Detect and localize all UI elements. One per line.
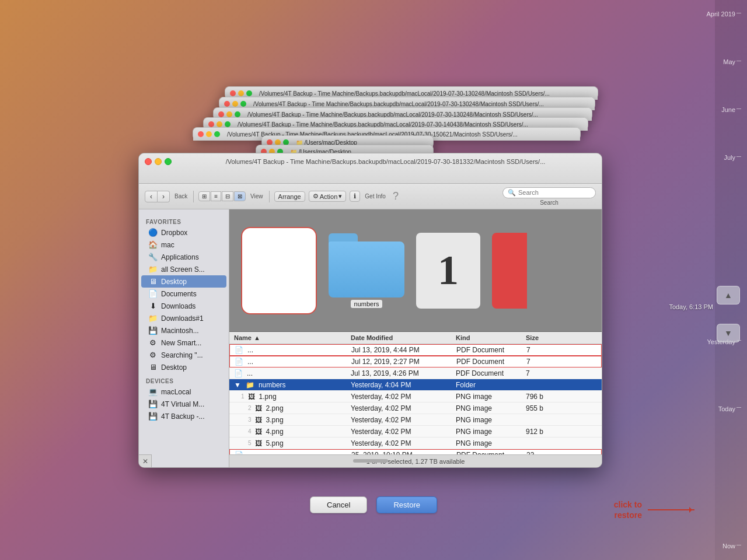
file-name-4png: 4 🖼 4.png (229, 426, 346, 437)
tick-june (736, 108, 741, 109)
col-header-name[interactable]: Name ▲ (229, 333, 346, 342)
arrange-button[interactable]: Arrange (274, 191, 305, 202)
search-input[interactable] (518, 189, 591, 196)
timeline-label-may: May (723, 58, 735, 65)
file-row-numbers[interactable]: ▼ 📁 numbers Yesterday, 4:04 PM Folder (229, 379, 602, 391)
file-date-numbers: Yesterday, 4:04 PM (346, 380, 451, 390)
view-cover-button[interactable]: ⊠ (234, 191, 246, 201)
file-row-2[interactable]: 📄 ... Jul 13, 2019, 4:26 PM PDF Document… (229, 368, 602, 379)
sidebar-item-label: macLocal (161, 388, 191, 396)
restore-button[interactable]: Restore (376, 496, 437, 513)
file-kind-1: PDF Document (452, 356, 522, 367)
timeline-label-july: July (724, 154, 735, 161)
sidebar-item-label: Dropbox (161, 229, 187, 237)
view-icon-button[interactable]: ⊞ (198, 191, 210, 201)
red-partial-icon (492, 233, 527, 309)
tm-timestamp: Today, 6:13 PM (669, 303, 713, 310)
file-kind-lastpdf: PDF Document (452, 450, 522, 454)
disclosure-triangle: ▼ (234, 381, 241, 389)
file-size-4png: 912 b (521, 426, 568, 437)
search-container: 🔍 Search (502, 187, 596, 206)
folder-icon-container[interactable]: numbers (329, 233, 404, 308)
minimize-button[interactable] (155, 158, 162, 165)
sidebar-item-newsmart[interactable]: ⚙ New Smart... (141, 337, 226, 349)
forward-button[interactable]: › (158, 191, 170, 202)
sidebar-item-applications[interactable]: 🔧 Applications (141, 251, 226, 263)
sidebar-item-label: Desktop (161, 278, 187, 286)
folder-icon-list: 📁 (246, 381, 254, 389)
close-x-button[interactable]: ✕ (139, 454, 152, 467)
file-row-4png[interactable]: 4 🖼 4.png Yesterday, 4:02 PM PNG image 9… (229, 426, 602, 438)
sidebar-item-label: Downloads (161, 302, 196, 310)
tick-today (736, 407, 741, 408)
sidebar-item-screens[interactable]: 📁 all Screen S... (141, 263, 226, 275)
drive-icon-1: 💾 (148, 400, 158, 408)
icon-grid: numbers 1 (229, 209, 602, 332)
pdf-icon-1: 📄 (235, 358, 243, 366)
sidebar-item-downloads1[interactable]: 📁 Downloads#1 (141, 312, 226, 324)
file-row-2png[interactable]: 2 🖼 2.png Yesterday, 4:02 PM PNG image 9… (229, 402, 602, 414)
file-row-3png[interactable]: 3 🖼 3.png Yesterday, 4:02 PM PNG image (229, 414, 602, 426)
cancel-button[interactable]: Cancel (310, 496, 367, 513)
stacked-path-3: /Volumes/4T Backup - Time Machine/Backup… (247, 111, 538, 118)
search-icon: 🔍 (508, 189, 516, 197)
statusbar: 1 of 40 selected, 1.27 TB available (229, 454, 602, 467)
sidebar-item-desktop2[interactable]: 🖥 Desktop (141, 361, 226, 373)
devices-label: Devices (139, 373, 229, 386)
sidebar-item-mac[interactable]: 🏠 mac (141, 239, 226, 251)
view-column-button[interactable]: ⊟ (222, 191, 233, 201)
selected-file-icon[interactable] (241, 227, 317, 314)
png-icon-1: 🖼 (248, 393, 255, 401)
search-label: Search (540, 200, 558, 206)
get-info-button[interactable]: ℹ (350, 191, 360, 202)
sidebar-item-downloads[interactable]: ⬇ Downloads (141, 300, 226, 312)
file-row-0[interactable]: 📄 ... Jul 13, 2019, 4:44 PM PDF Document… (229, 344, 602, 356)
search-box[interactable]: 🔍 (502, 187, 596, 198)
sidebar-item-documents[interactable]: 📄 Documents (141, 288, 226, 300)
file-row-1[interactable]: 📄 ... Jul 12, 2019, 2:27 PM PDF Document… (229, 356, 602, 368)
window-title: /Volumes/4T Backup - Time Machine/Backup… (175, 158, 596, 165)
tick-may (736, 61, 741, 61)
file-name-0: 📄 ... (230, 345, 347, 355)
file-row-lastpdf[interactable]: 📄 ... 25, 2019, 10:19 PM PDF Document 23 (229, 449, 602, 454)
sidebar-item-desktop[interactable]: 🖥 Desktop (141, 275, 226, 288)
file-row-5png[interactable]: 5 🖼 5.png Yesterday, 4:02 PM PNG image (229, 438, 602, 449)
sidebar-item-macintosh[interactable]: 💾 Macintosh... (141, 324, 226, 337)
close-button[interactable] (145, 158, 152, 165)
file-size-1: 7 (522, 356, 568, 367)
annotation-arrow-container (648, 509, 694, 510)
sidebar-item-label: Downloads#1 (161, 314, 204, 323)
back-button[interactable]: ‹ (145, 191, 158, 202)
file-date-2png: Yesterday, 4:02 PM (346, 403, 451, 414)
file-kind-4png: PNG image (451, 426, 521, 437)
timeline-label-april: April 2019 (706, 10, 735, 18)
chevron-down-icon: ▾ (338, 192, 342, 200)
file-row-1png[interactable]: 1 🖼 1.png Yesterday, 4:02 PM PNG image 7… (229, 391, 602, 402)
col-header-date[interactable]: Date Modified (346, 333, 451, 342)
col-header-size[interactable]: Size (521, 333, 568, 342)
help-icon: ? (393, 190, 399, 202)
view-list-button[interactable]: ≡ (211, 191, 221, 201)
col-header-kind[interactable]: Kind (451, 333, 521, 342)
sidebar-item-searching[interactable]: ⚙ Searching "... (141, 349, 226, 361)
tm-nav-up-button[interactable]: ▲ (717, 286, 740, 304)
action-button[interactable]: ⚙ Action ▾ (309, 191, 347, 202)
minimize-dot-1 (238, 90, 244, 96)
search-sidebar-icon: ⚙ (148, 351, 158, 359)
file-list: Name ▲ Date Modified Kind Size 📄 ... Jul… (229, 332, 602, 454)
gear-icon-sidebar: ⚙ (148, 338, 158, 347)
sidebar-item-4tvirtual[interactable]: 💾 4T Virtual M... (141, 398, 226, 410)
sidebar-item-dropbox[interactable]: 🔵 Dropbox (141, 226, 226, 239)
maximize-button[interactable] (165, 158, 172, 165)
tick-april (736, 13, 741, 13)
sidebar-item-maclocal[interactable]: 💻 macLocal (141, 386, 226, 398)
file-size-3png (521, 419, 568, 421)
folder-icon: 📁 (148, 265, 158, 274)
disk-icon: 💾 (148, 326, 158, 335)
sidebar-item-4tbackup[interactable]: 💾 4T Backup -... (141, 410, 226, 422)
tm-nav-down-button[interactable]: ▼ (717, 324, 740, 342)
file-name-2png: 2 🖼 2.png (229, 403, 346, 414)
file-name-2: 📄 ... (229, 368, 346, 379)
file-date-lastpdf: 25, 2019, 10:19 PM (347, 450, 452, 454)
folder-icon-2: 📁 (148, 314, 158, 323)
